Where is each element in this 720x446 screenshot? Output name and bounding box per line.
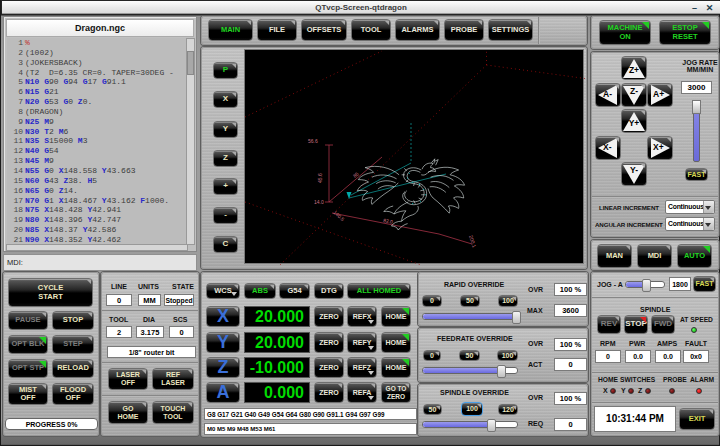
svg-text:140.5: 140.5 — [332, 209, 345, 222]
svg-text:85: 85 — [352, 170, 360, 178]
svg-text:14.0: 14.0 — [314, 199, 324, 205]
svg-text:82.0: 82.0 — [383, 217, 394, 225]
svg-text:45.6: 45.6 — [317, 173, 323, 183]
svg-text:200.1: 200.1 — [468, 234, 478, 248]
svg-text:56.6: 56.6 — [308, 138, 318, 144]
